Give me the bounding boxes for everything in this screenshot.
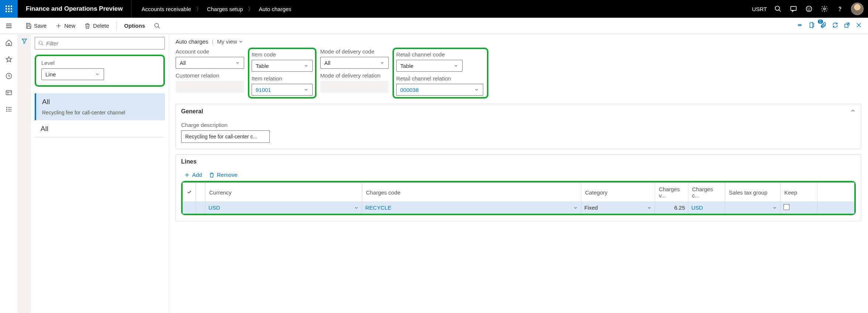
avatar[interactable] bbox=[851, 3, 864, 15]
options-button[interactable]: Options bbox=[121, 20, 149, 31]
row-handle[interactable] bbox=[196, 202, 205, 214]
table-row[interactable]: USDRECYCLEFixed6.25USD bbox=[183, 202, 854, 214]
breadcrumb-item[interactable]: Accounts receivable bbox=[142, 6, 191, 12]
svg-rect-3 bbox=[6, 8, 7, 10]
search-icon bbox=[38, 40, 44, 46]
charge-description-input[interactable]: Recycling fee for call-center c... bbox=[181, 130, 270, 143]
svg-point-13 bbox=[808, 8, 808, 8]
search-icon[interactable] bbox=[774, 4, 782, 13]
level-label: Level bbox=[41, 60, 159, 66]
list-item[interactable]: AllRecycling fee for call-center channel bbox=[35, 93, 165, 120]
filter-funnel-button[interactable] bbox=[18, 34, 31, 313]
recent-clock-icon[interactable] bbox=[5, 72, 13, 81]
favorites-star-icon[interactable] bbox=[5, 56, 13, 64]
add-line-button[interactable]: Add bbox=[184, 172, 202, 178]
cell-category[interactable]: Fixed bbox=[581, 202, 655, 214]
col-charges-value[interactable]: Charges v... bbox=[655, 183, 688, 202]
list-item-title: All bbox=[42, 98, 159, 106]
office-icon[interactable] bbox=[808, 22, 815, 30]
mode-delivery-code-select[interactable]: All bbox=[320, 57, 389, 69]
retail-channel-code-select[interactable]: Table bbox=[396, 60, 463, 72]
chevron-down-icon bbox=[238, 39, 243, 44]
commandbar-search-button[interactable] bbox=[150, 20, 164, 31]
filter-input-field[interactable] bbox=[46, 40, 162, 47]
item-relation-select[interactable]: 91001 bbox=[252, 84, 313, 96]
refresh-button[interactable] bbox=[832, 22, 838, 30]
row-select[interactable] bbox=[183, 202, 196, 214]
svg-line-27 bbox=[158, 27, 160, 28]
nav-toggle-button[interactable] bbox=[0, 22, 18, 30]
home-icon[interactable] bbox=[5, 39, 13, 48]
messages-icon[interactable] bbox=[789, 4, 798, 13]
item-code-select[interactable]: Table bbox=[252, 60, 313, 72]
waffle-icon bbox=[6, 6, 12, 12]
cell-keep[interactable] bbox=[781, 202, 817, 214]
cell-sales-tax-group[interactable] bbox=[725, 202, 781, 214]
col-keep[interactable]: Keep bbox=[781, 183, 817, 202]
cell-charges-code[interactable]: RECYCLE bbox=[362, 202, 581, 214]
select-all-checkbox[interactable] bbox=[183, 183, 196, 202]
commandbar: Save New Delete Options 0 bbox=[0, 18, 868, 34]
col-currency[interactable]: Currency bbox=[205, 183, 362, 202]
help-icon[interactable] bbox=[836, 4, 844, 13]
col-charges-c[interactable]: Charges c... bbox=[688, 183, 725, 202]
breadcrumb-item[interactable]: Charges setup bbox=[207, 6, 243, 12]
charge-description-label: Charge description bbox=[181, 122, 856, 128]
app-launcher-button[interactable] bbox=[0, 0, 18, 18]
svg-rect-21 bbox=[27, 26, 30, 28]
lines-heading: Lines bbox=[181, 158, 197, 165]
svg-point-26 bbox=[155, 23, 159, 27]
svg-point-12 bbox=[806, 6, 812, 12]
popout-icon bbox=[844, 22, 850, 28]
delete-button[interactable]: Delete bbox=[80, 20, 113, 31]
funnel-icon bbox=[21, 38, 28, 44]
level-select[interactable]: Line bbox=[41, 68, 104, 80]
charge-description-value: Recycling fee for call-center c... bbox=[185, 134, 257, 140]
gear-icon[interactable] bbox=[820, 4, 829, 13]
svg-rect-1 bbox=[8, 6, 10, 7]
breadcrumb-item[interactable]: Auto charges bbox=[259, 6, 291, 12]
remove-label: Remove bbox=[217, 172, 238, 178]
chevron-down-icon bbox=[235, 60, 240, 65]
level-field-group: Level Line bbox=[35, 55, 165, 87]
close-button[interactable] bbox=[855, 22, 862, 30]
retail-channel-relation-select[interactable]: 000038 bbox=[396, 84, 483, 96]
chevron-right-icon: 〉 bbox=[248, 6, 253, 13]
feedback-smiley-icon[interactable] bbox=[805, 4, 813, 13]
trash-icon bbox=[84, 23, 91, 29]
mode-delivery-relation-field bbox=[320, 81, 389, 93]
workspaces-icon[interactable] bbox=[5, 89, 13, 97]
svg-rect-4 bbox=[8, 8, 10, 10]
link-icon[interactable] bbox=[796, 22, 803, 30]
view-selector[interactable]: My view bbox=[217, 38, 243, 45]
list-item[interactable]: All bbox=[35, 120, 165, 138]
save-icon bbox=[25, 23, 32, 29]
new-button[interactable]: New bbox=[52, 20, 79, 31]
remove-line-button[interactable]: Remove bbox=[209, 172, 238, 178]
col-category[interactable]: Category bbox=[581, 183, 655, 202]
page-title: Auto charges bbox=[176, 38, 208, 45]
col-charges-code[interactable]: Charges code bbox=[362, 183, 581, 202]
filter-input[interactable] bbox=[35, 37, 165, 49]
refresh-icon bbox=[832, 22, 838, 28]
header-fields-row: Account code All Customer relation Item … bbox=[176, 48, 861, 99]
list-item-subtitle: Recycling fee for call-center channel bbox=[42, 110, 159, 116]
list-panel: Level Line AllRecycling fee for call-cen… bbox=[18, 34, 169, 313]
save-label: Save bbox=[34, 23, 46, 29]
col-sales-tax-group[interactable]: Sales tax group bbox=[725, 183, 781, 202]
nav-list: AllRecycling fee for call-center channel… bbox=[35, 93, 165, 138]
chevron-down-icon bbox=[380, 60, 385, 65]
company-picker[interactable]: USRT bbox=[752, 6, 767, 12]
save-button[interactable]: Save bbox=[21, 20, 50, 31]
collapse-button[interactable] bbox=[850, 108, 856, 115]
popout-button[interactable] bbox=[844, 22, 850, 30]
svg-line-42 bbox=[42, 44, 43, 45]
cell-currency[interactable]: USD bbox=[205, 202, 362, 214]
cell-charges-c[interactable]: USD bbox=[688, 202, 725, 214]
account-code-select[interactable]: All bbox=[176, 57, 244, 69]
mode-delivery-relation-label: Mode of delivery relation bbox=[320, 72, 389, 79]
attachments-button[interactable]: 0 bbox=[820, 22, 827, 30]
cell-charges-value[interactable]: 6.25 bbox=[655, 202, 688, 214]
modules-list-icon[interactable] bbox=[5, 106, 13, 114]
svg-point-14 bbox=[810, 8, 810, 8]
